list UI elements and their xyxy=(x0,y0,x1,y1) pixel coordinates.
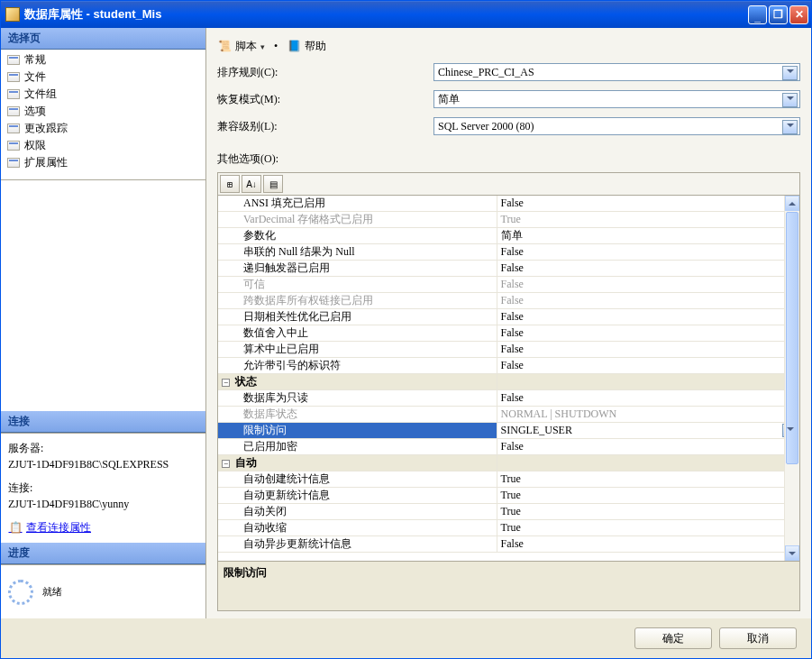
property-category[interactable]: −自动 xyxy=(218,455,799,471)
property-name: VarDecimal 存储格式已启用 xyxy=(218,212,497,228)
connection-header: 连接 xyxy=(1,411,205,433)
property-row[interactable]: 自动异步更新统计信息False xyxy=(218,536,799,553)
property-category[interactable]: −状态 xyxy=(218,374,799,390)
titlebar[interactable]: 数据库属性 - student_Mis _ ❐ ✕ xyxy=(1,1,811,28)
compat-label: 兼容级别(L): xyxy=(217,119,433,134)
property-name: 自动异步更新统计信息 xyxy=(218,536,497,553)
categorized-button[interactable]: ⊞ xyxy=(220,175,240,193)
ok-button[interactable]: 确定 xyxy=(634,627,712,649)
help-icon: 📘 xyxy=(287,40,301,54)
property-row[interactable]: 串联的 Null 结果为 NullFalse xyxy=(218,244,799,261)
server-label: 服务器: xyxy=(8,441,198,456)
collation-select[interactable]: Chinese_PRC_CI_AS xyxy=(433,63,800,81)
sort-icon: A↓ xyxy=(246,179,257,189)
property-name: 日期相关性优化已启用 xyxy=(218,309,497,325)
property-value: False xyxy=(497,261,799,277)
property-value: True xyxy=(497,520,799,536)
property-value[interactable]: SINGLE_USER xyxy=(497,423,799,439)
property-value: False xyxy=(497,309,799,325)
left-panel: 选择页 常规 文件 文件组 选项 更改跟踪 权限 扩展属性 连接 服务器: ZJ… xyxy=(1,28,206,618)
property-row[interactable]: 自动关闭True xyxy=(218,504,799,520)
property-row[interactable]: 自动收缩True xyxy=(218,520,799,536)
recovery-select[interactable]: 简单 xyxy=(433,90,800,108)
property-row[interactable]: 数据库为只读False xyxy=(218,390,799,407)
right-panel: 📜 脚本 ▾ • 📘 帮助 排序规则(C): Chinese_PRC_CI_AS… xyxy=(206,28,811,618)
property-grid[interactable]: ANSI 填充已启用FalseVarDecimal 存储格式已启用True参数化… xyxy=(217,196,800,562)
property-value: True xyxy=(497,504,799,520)
property-value: False xyxy=(497,358,799,374)
compat-select[interactable]: SQL Server 2000 (80) xyxy=(433,117,800,135)
scroll-down-button[interactable] xyxy=(785,545,799,561)
property-name: 允许带引号的标识符 xyxy=(218,358,497,374)
property-name: 参数化 xyxy=(218,228,497,244)
script-icon: 📜 xyxy=(217,40,232,54)
property-value: False xyxy=(497,196,799,212)
page-list: 常规 文件 文件组 选项 更改跟踪 权限 扩展属性 xyxy=(1,50,205,180)
progress-section: 就绪 xyxy=(1,564,205,618)
property-row[interactable]: 跨数据库所有权链接已启用False xyxy=(218,293,799,309)
page-item-general[interactable]: 常规 xyxy=(3,51,204,69)
property-row[interactable]: 日期相关性优化已启用False xyxy=(218,309,799,325)
property-name: 串联的 Null 结果为 Null xyxy=(218,244,497,261)
property-row[interactable]: 数据库状态NORMAL | SHUTDOWN xyxy=(218,407,799,423)
server-value: ZJUT-1D4DF91B8C\SQLEXPRESS xyxy=(8,458,198,471)
property-row[interactable]: VarDecimal 存储格式已启用True xyxy=(218,212,799,228)
page-icon: ▤ xyxy=(269,179,278,189)
help-button[interactable]: 帮助 xyxy=(305,39,326,54)
maximize-button[interactable]: ❐ xyxy=(769,5,788,24)
property-name: 跨数据库所有权链接已启用 xyxy=(218,293,497,309)
scrollbar[interactable] xyxy=(784,196,799,561)
property-value: False xyxy=(497,390,799,407)
collapse-icon[interactable]: − xyxy=(222,460,230,468)
property-row[interactable]: 限制访问SINGLE_USER xyxy=(218,423,799,439)
app-icon xyxy=(5,7,20,22)
property-row[interactable]: 已启用加密False xyxy=(218,439,799,455)
scrollbar-thumb[interactable] xyxy=(786,212,798,464)
property-row[interactable]: 允许带引号的标识符False xyxy=(218,358,799,374)
progress-header: 进度 xyxy=(1,543,205,564)
property-value: NORMAL | SHUTDOWN xyxy=(497,407,799,423)
property-row[interactable]: 自动创建统计信息True xyxy=(218,471,799,488)
property-row[interactable]: 算术中止已启用False xyxy=(218,342,799,358)
page-item-extprops[interactable]: 扩展属性 xyxy=(3,154,204,171)
property-row[interactable]: 数值舍入中止False xyxy=(218,325,799,342)
property-row[interactable]: 参数化简单 xyxy=(218,228,799,244)
script-button[interactable]: 脚本 xyxy=(235,39,257,54)
property-value: 简单 xyxy=(497,228,799,244)
minimize-button[interactable]: _ xyxy=(748,5,767,24)
property-name: 数据库为只读 xyxy=(218,390,497,407)
property-name: 递归触发器已启用 xyxy=(218,261,497,277)
page-item-filegroups[interactable]: 文件组 xyxy=(3,86,204,103)
property-row[interactable]: 可信False xyxy=(218,277,799,293)
toolbar: 📜 脚本 ▾ • 📘 帮助 xyxy=(217,35,800,63)
alphabetical-button[interactable]: A↓ xyxy=(242,175,261,193)
page-item-permissions[interactable]: 权限 xyxy=(3,137,204,154)
properties-button[interactable]: ▤ xyxy=(263,175,283,193)
property-value: False xyxy=(497,244,799,261)
property-name: 限制访问 xyxy=(218,423,497,439)
page-item-changetracking[interactable]: 更改跟踪 xyxy=(3,120,204,137)
property-row[interactable]: 递归触发器已启用False xyxy=(218,261,799,277)
dialog-buttons: 确定 取消 xyxy=(1,618,811,658)
page-item-files[interactable]: 文件 xyxy=(3,69,204,86)
recovery-label: 恢复模式(M): xyxy=(217,92,433,107)
property-value: True xyxy=(497,471,799,488)
property-row[interactable]: ANSI 填充已启用False xyxy=(218,196,799,212)
collation-label: 排序规则(C): xyxy=(217,65,433,80)
conn-label: 连接: xyxy=(8,481,198,496)
property-row[interactable]: 自动更新统计信息True xyxy=(218,488,799,504)
property-name: 可信 xyxy=(218,277,497,293)
property-name: 数值舍入中止 xyxy=(218,325,497,342)
cancel-button[interactable]: 取消 xyxy=(719,627,797,649)
view-connection-props-link[interactable]: 📋查看连接属性 xyxy=(8,520,91,535)
close-button[interactable]: ✕ xyxy=(789,5,808,24)
property-name: 算术中止已启用 xyxy=(218,342,497,358)
collapse-icon[interactable]: − xyxy=(222,379,230,387)
script-dropdown-icon[interactable]: ▾ xyxy=(260,42,265,51)
property-value: True xyxy=(497,212,799,228)
property-name: 数据库状态 xyxy=(218,407,497,423)
dialog-window: 数据库属性 - student_Mis _ ❐ ✕ 选择页 常规 文件 文件组 … xyxy=(0,0,812,659)
page-item-options[interactable]: 选项 xyxy=(3,103,204,120)
property-value: False xyxy=(497,293,799,309)
scroll-up-button[interactable] xyxy=(785,196,799,211)
